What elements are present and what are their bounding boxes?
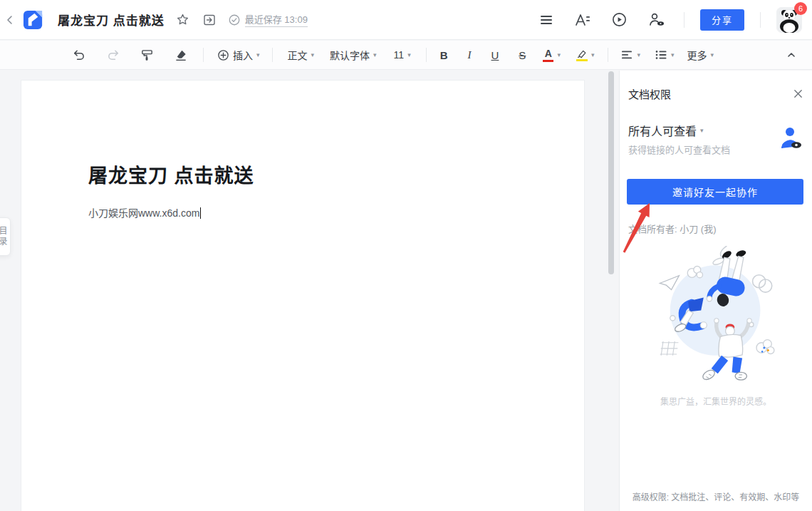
save-status: 最近保存 13:09: [228, 12, 308, 27]
paragraph-style-value: 正文: [288, 48, 308, 62]
outline-tab-label: 目录: [0, 226, 9, 247]
alignment-button[interactable]: ▾: [618, 47, 642, 63]
plus-circle-icon: [217, 49, 229, 61]
viewer-permission-icon[interactable]: [646, 10, 667, 29]
paragraph-style-select[interactable]: 正文 ▾: [286, 46, 317, 64]
slogan-text: 集思广益，汇集世界的灵感。: [620, 395, 812, 407]
font-family-select[interactable]: 默认字体 ▾: [328, 46, 379, 64]
present-play-icon[interactable]: [610, 10, 629, 29]
chevron-down-icon: ▾: [407, 51, 411, 58]
toolbar-divider: [272, 48, 273, 62]
text-color-letter: A: [545, 48, 552, 59]
undo-icon[interactable]: [70, 46, 88, 64]
italic-label: I: [468, 49, 472, 61]
document-heading[interactable]: 屠龙宝刀 点击就送: [88, 160, 517, 188]
chevron-down-icon: ▾: [700, 127, 704, 134]
star-favorite-icon[interactable]: [175, 11, 191, 28]
bold-label: B: [440, 49, 448, 61]
share-button[interactable]: 分享: [700, 9, 744, 31]
top-bar: 屠龙宝刀 点击就送 最近保存 13:09 分享: [0, 0, 812, 40]
highlighter-icon: [576, 48, 588, 61]
panel-header: 文档权限: [628, 86, 803, 101]
annotation-arrow: [620, 201, 657, 257]
document-title-topbar[interactable]: 屠龙宝刀 点击就送: [58, 11, 165, 29]
bulleted-list-icon: [655, 49, 667, 61]
body-text: 小刀娱乐网www.x6d.com: [88, 207, 199, 219]
text-color-icon: A: [543, 48, 553, 62]
highlight-color-button[interactable]: ▾: [574, 46, 597, 63]
move-to-folder-icon[interactable]: [201, 11, 218, 29]
document-body-text[interactable]: 小刀娱乐网www.x6d.com: [88, 205, 517, 220]
text-color-button[interactable]: A ▾: [541, 46, 563, 64]
format-toolbar: 插入 ▾ 正文 ▾ 默认字体 ▾ 11 ▾ B I U S A ▾ ▾ ▾ ▾: [0, 41, 812, 70]
back-icon[interactable]: [3, 11, 17, 29]
more-label: 更多: [687, 48, 707, 62]
more-button[interactable]: 更多 ▾: [685, 46, 717, 64]
toolbar-divider: [426, 48, 427, 62]
chevron-down-icon: ▾: [711, 51, 714, 58]
header-divider: [684, 12, 685, 28]
permissions-panel: 文档权限 所有人可查看 ▾ 获得链接的人可查看文档 邀请好友一起协作 文档所有者…: [619, 71, 812, 511]
advanced-permissions-note: 高级权限: 文档批注、评论、有效期、水印等: [620, 490, 812, 502]
permission-dropdown[interactable]: 所有人可查看 ▾: [628, 122, 704, 139]
chevron-down-icon: ▾: [311, 51, 315, 58]
strikethrough-button[interactable]: S: [516, 47, 528, 63]
chevron-down-icon: ▾: [591, 51, 595, 58]
underline-button[interactable]: U: [489, 47, 501, 63]
outline-view-icon[interactable]: [573, 11, 593, 29]
redo-icon[interactable]: [105, 46, 123, 64]
strikethrough-label: S: [519, 49, 526, 61]
check-circle-icon: [228, 14, 241, 26]
collaboration-illustration: [655, 246, 777, 381]
permission-description: 获得链接的人可查看文档: [628, 143, 730, 156]
toolbar-divider: [203, 48, 204, 62]
panel-title: 文档权限: [628, 86, 671, 101]
text-color-bar: [543, 60, 553, 62]
document-canvas[interactable]: 屠龙宝刀 点击就送 小刀娱乐网www.x6d.com: [21, 81, 584, 511]
insert-label: 插入: [233, 48, 253, 62]
text-cursor: [200, 207, 201, 219]
vertical-scrollbar[interactable]: [608, 71, 614, 274]
chevron-down-icon: ▾: [637, 51, 640, 58]
font-family-value: 默认字体: [330, 48, 370, 62]
user-avatar[interactable]: 6: [776, 7, 802, 33]
notification-badge[interactable]: 6: [794, 2, 807, 15]
editor-area: 屠龙宝刀 点击就送 小刀娱乐网www.x6d.com: [0, 71, 618, 511]
list-button[interactable]: ▾: [652, 47, 677, 63]
collapse-toolbar-icon[interactable]: [784, 47, 799, 63]
close-icon[interactable]: [793, 88, 803, 99]
clear-format-eraser-icon[interactable]: [172, 46, 190, 64]
font-size-value: 11: [394, 49, 405, 61]
chevron-down-icon: ▾: [671, 51, 675, 58]
highlight-color-bar: [576, 59, 588, 61]
font-size-select[interactable]: 11 ▾: [392, 47, 413, 63]
underline-label: U: [491, 49, 499, 61]
viewer-blue-icon: [778, 126, 803, 150]
align-left-icon: [620, 49, 633, 61]
bold-button[interactable]: B: [438, 47, 450, 63]
header-divider: [760, 12, 761, 28]
app-logo-icon[interactable]: [23, 9, 45, 31]
menu-icon[interactable]: [537, 11, 556, 29]
chevron-down-icon: ▾: [256, 51, 260, 58]
format-painter-icon[interactable]: [138, 46, 156, 64]
insert-button[interactable]: 插入 ▾: [215, 46, 262, 64]
italic-button[interactable]: I: [466, 47, 474, 63]
permission-value: 所有人可查看: [628, 122, 697, 139]
outline-tab[interactable]: 目录: [0, 217, 11, 256]
chevron-down-icon: ▾: [557, 51, 561, 58]
chevron-down-icon: ▾: [373, 51, 377, 58]
toolbar-divider: [608, 48, 608, 62]
save-status-text: 最近保存 13:09: [245, 12, 308, 27]
